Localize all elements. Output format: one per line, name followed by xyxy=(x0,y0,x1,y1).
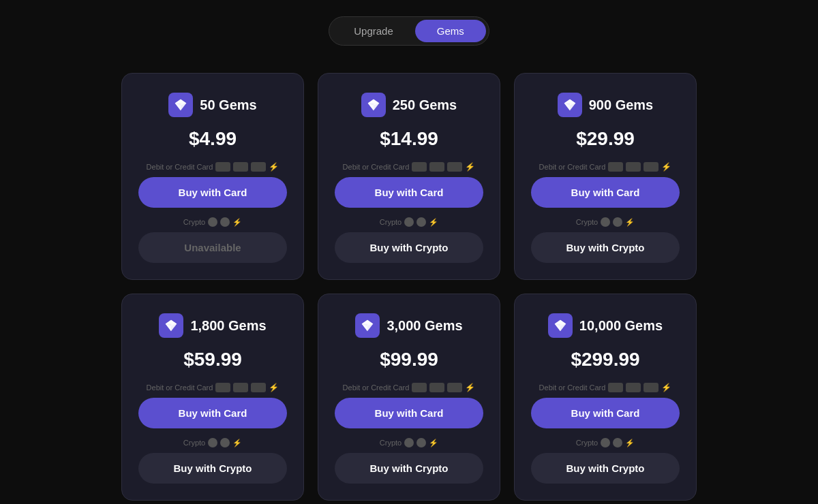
crypto-icon-eth xyxy=(404,438,414,447)
gem-icon xyxy=(159,313,183,338)
gem-header: 900 Gems xyxy=(558,93,654,117)
card-icon-visa xyxy=(608,162,623,172)
card-payment-label: Debit or Credit Card ⚡ xyxy=(343,383,476,392)
card-icon-visa xyxy=(412,162,427,172)
unavailable-button: Unavailable xyxy=(138,232,287,263)
card-icon-mc xyxy=(626,162,641,172)
crypto-section: Crypto ⚡ Buy with Crypto xyxy=(531,217,680,263)
card-icon-amex xyxy=(251,383,266,392)
card-icon-mc xyxy=(233,383,248,392)
card-icon-visa xyxy=(215,162,230,172)
gem-price: $59.99 xyxy=(183,349,242,371)
gem-icon xyxy=(548,313,573,338)
card-section: Debit or Credit Card ⚡ Buy with Card xyxy=(335,383,483,438)
gem-amount: 3,000 Gems xyxy=(387,318,462,334)
card-icon-other: ⚡ xyxy=(661,162,671,172)
card-icon-other: ⚡ xyxy=(465,162,475,172)
card-payment-label: Debit or Credit Card ⚡ xyxy=(539,383,672,392)
card-section: Debit or Credit Card ⚡ Buy with Card xyxy=(531,383,680,438)
gem-amount: 50 Gems xyxy=(200,97,256,113)
crypto-icon-btc xyxy=(416,217,426,227)
svg-marker-28 xyxy=(554,320,560,324)
svg-marker-29 xyxy=(560,320,566,324)
card-icon-mc xyxy=(626,383,641,392)
gem-price: $14.99 xyxy=(380,128,438,150)
card-section: Debit or Credit Card ⚡ Buy with Card xyxy=(138,383,287,438)
crypto-icon-eth xyxy=(601,217,610,227)
gem-amount: 10,000 Gems xyxy=(579,318,663,334)
gem-header: 3,000 Gems xyxy=(355,313,462,338)
gem-price: $4.99 xyxy=(189,128,237,150)
card-icon-visa xyxy=(215,383,230,392)
card-payment-label: Debit or Credit Card ⚡ xyxy=(343,162,476,172)
svg-marker-4 xyxy=(181,99,186,104)
gem-card-gems-50: 50 Gems $4.99 Debit or Credit Card ⚡ Buy… xyxy=(121,73,304,280)
crypto-payment-label: Crypto ⚡ xyxy=(380,438,438,447)
buy-crypto-button[interactable]: Buy with Crypto xyxy=(531,453,680,484)
crypto-icon-lightning: ⚡ xyxy=(232,218,242,227)
buy-crypto-button[interactable]: Buy with Crypto xyxy=(531,232,680,263)
card-payment-label: Debit or Credit Card ⚡ xyxy=(539,162,672,172)
card-icon-mc xyxy=(429,162,444,172)
gem-icon xyxy=(355,313,380,338)
svg-marker-24 xyxy=(367,320,373,324)
gem-header: 250 Gems xyxy=(361,93,457,117)
svg-marker-9 xyxy=(374,99,379,104)
gem-header: 10,000 Gems xyxy=(548,313,663,338)
crypto-section: Crypto ⚡ Buy with Crypto xyxy=(138,438,287,484)
crypto-section: Crypto ⚡ Buy with Crypto xyxy=(335,438,483,484)
svg-marker-19 xyxy=(171,320,177,324)
card-payment-label: Debit or Credit Card ⚡ xyxy=(147,162,279,172)
card-section: Debit or Credit Card ⚡ Buy with Card xyxy=(138,162,287,217)
card-icon-other: ⚡ xyxy=(269,383,279,392)
svg-marker-18 xyxy=(166,320,171,324)
crypto-icon-btc xyxy=(220,217,230,227)
buy-card-button[interactable]: Buy with Card xyxy=(138,398,287,428)
buy-card-button[interactable]: Buy with Card xyxy=(138,177,287,208)
buy-crypto-button[interactable]: Buy with Crypto xyxy=(138,453,287,484)
crypto-icon-btc xyxy=(613,217,622,227)
card-icon-amex xyxy=(643,383,658,392)
gem-header: 1,800 Gems xyxy=(159,313,266,338)
crypto-payment-label: Crypto ⚡ xyxy=(380,217,438,227)
card-icon-visa xyxy=(412,383,427,392)
buy-crypto-button[interactable]: Buy with Crypto xyxy=(335,453,483,484)
buy-crypto-button[interactable]: Buy with Crypto xyxy=(335,232,483,263)
buy-card-button[interactable]: Buy with Card xyxy=(531,398,680,428)
tab-bar: Upgrade Gems xyxy=(329,16,489,46)
gem-icon xyxy=(361,93,386,117)
crypto-payment-label: Crypto ⚡ xyxy=(183,217,242,227)
crypto-payment-label: Crypto ⚡ xyxy=(576,217,635,227)
gem-icon xyxy=(558,93,582,117)
gem-card-gems-900: 900 Gems $29.99 Debit or Credit Card ⚡ B… xyxy=(514,73,697,280)
gem-card-gems-10000: 10,000 Gems $299.99 Debit or Credit Card… xyxy=(514,294,697,501)
gem-card-gems-250: 250 Gems $14.99 Debit or Credit Card ⚡ B… xyxy=(318,73,500,280)
tab-upgrade[interactable]: Upgrade xyxy=(332,20,415,42)
gem-header: 50 Gems xyxy=(168,93,256,117)
gem-card-gems-1800: 1,800 Gems $59.99 Debit or Credit Card ⚡… xyxy=(121,294,304,501)
crypto-icon-lightning: ⚡ xyxy=(625,218,635,227)
card-payment-label: Debit or Credit Card ⚡ xyxy=(147,383,279,392)
svg-marker-14 xyxy=(570,99,575,104)
buy-card-button[interactable]: Buy with Card xyxy=(335,398,483,428)
gem-price: $29.99 xyxy=(576,128,635,150)
tab-gems[interactable]: Gems xyxy=(415,20,486,42)
card-icon-visa xyxy=(608,383,623,392)
card-icon-other: ⚡ xyxy=(661,383,671,392)
card-icon-mc xyxy=(429,383,444,392)
card-icon-other: ⚡ xyxy=(269,162,279,172)
crypto-section: Crypto ⚡ Buy with Crypto xyxy=(335,217,483,263)
card-section: Debit or Credit Card ⚡ Buy with Card xyxy=(531,162,680,217)
crypto-icon-lightning: ⚡ xyxy=(625,439,635,447)
gems-grid: 50 Gems $4.99 Debit or Credit Card ⚡ Buy… xyxy=(108,73,710,501)
buy-card-button[interactable]: Buy with Card xyxy=(531,177,680,208)
crypto-icon-eth xyxy=(601,438,610,447)
crypto-payment-label: Crypto ⚡ xyxy=(576,438,635,447)
gem-price: $299.99 xyxy=(571,349,639,371)
crypto-icon-eth xyxy=(404,217,414,227)
crypto-section: Crypto ⚡ Unavailable xyxy=(138,217,287,263)
card-section: Debit or Credit Card ⚡ Buy with Card xyxy=(335,162,483,217)
buy-card-button[interactable]: Buy with Card xyxy=(335,177,483,208)
crypto-icon-btc xyxy=(220,438,230,447)
gem-price: $99.99 xyxy=(380,349,438,371)
